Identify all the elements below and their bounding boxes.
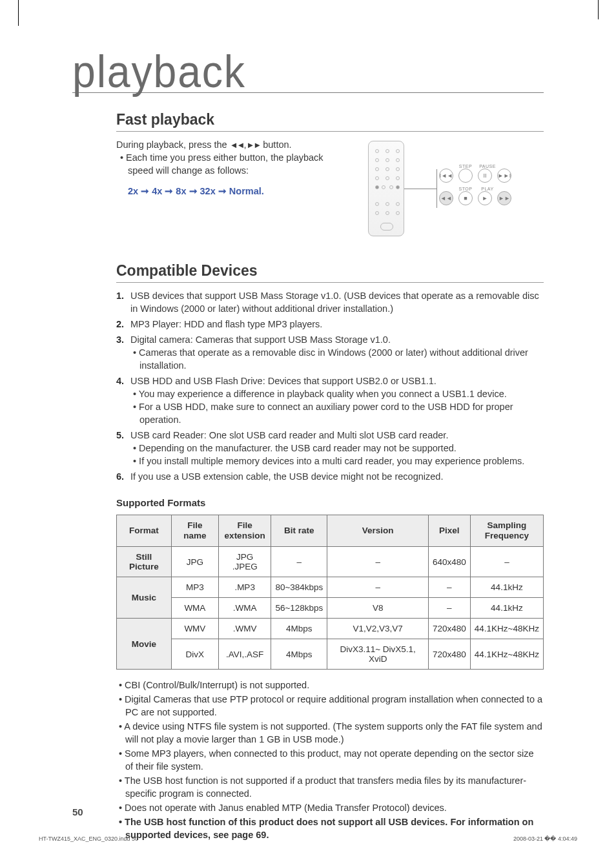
table-cell: JPG .JPEG [218, 547, 271, 577]
label-stop: STOP [457, 187, 474, 191]
manual-page: playback Fast playback During playback, … [39, 26, 577, 825]
fast-intro: During playback, press the ◄◄,►► button. [116, 138, 349, 151]
pause-icon: II [478, 169, 492, 183]
list-item: If you use a USB extension cable, the US… [116, 470, 544, 483]
format-cell: Movie [117, 619, 172, 670]
table-cell: DivX [171, 639, 218, 670]
list-item: USB HDD and USB Flash Drive: Devices tha… [116, 374, 544, 426]
table-header-cell: File name [171, 515, 218, 547]
ff-button-icon: ►► [497, 191, 511, 205]
table-cell: 44.1KHz~48KHz [470, 639, 543, 670]
table-cell: JPG [171, 547, 218, 577]
table-cell: – [327, 577, 429, 598]
table-cell: – [428, 598, 470, 619]
table-header-row: FormatFile nameFileextensionBit rateVers… [117, 515, 544, 547]
prev-track-icon: I◄◄ [439, 169, 453, 183]
table-cell: 4Mbps [271, 619, 327, 639]
note-item: • A device using NTFS file system is not… [116, 720, 544, 746]
table-header-cell: Bit rate [271, 515, 327, 547]
table-cell: 4Mbps [271, 639, 327, 670]
title-wrap: playback [72, 52, 544, 93]
table-cell: – [271, 547, 327, 577]
list-sub-item: • Depending on the manufacturer. the USB… [130, 442, 544, 455]
next-track-icon: ►►I [497, 169, 511, 183]
page-number: 50 [72, 806, 83, 817]
remote-button-panel: STEP PAUSE I◄◄ II ►►I STOP PLAY ◄◄ [439, 164, 515, 209]
table-cell: .WMA [218, 598, 271, 619]
table-cell: MP3 [171, 577, 218, 598]
list-sub-item: • For a USB HDD, make sure to connect an… [130, 400, 544, 426]
step-icon [458, 169, 473, 183]
note-item: • The USB host function is not supported… [116, 774, 544, 800]
rewind-button-icon: ◄◄ [439, 191, 453, 205]
list-item: USB devices that support USB Mass Storag… [116, 289, 544, 315]
table-cell: WMA [171, 598, 218, 619]
table-cell: – [327, 547, 429, 577]
section-compatible-devices: Compatible Devices USB devices that supp… [116, 262, 544, 841]
label-play: PLAY [479, 187, 496, 191]
fast-bullet: • Each time you press either button, the… [116, 151, 349, 177]
section-fast-playback: Fast playback During playback, press the… [116, 111, 544, 244]
list-item: MP3 Player: HDD and flash type MP3 playe… [116, 318, 544, 331]
table-cell: V8 [327, 598, 429, 619]
remote-body [368, 141, 404, 236]
fast-playback-text: During playback, press the ◄◄,►► button.… [116, 138, 349, 198]
note-item: • CBI (Control/Bulk/Interrupt) is not su… [116, 679, 544, 692]
note-item: • Some MP3 players, when connected to th… [116, 747, 544, 773]
table-cell: 56~128kbps [271, 598, 327, 619]
table-header-cell: Version [327, 515, 429, 547]
footer-file: HT-TWZ415_XAC_ENG_0320.indd 50 [39, 836, 138, 842]
fast-intro-b: button. [263, 139, 291, 150]
devices-list: USB devices that support USB Mass Storag… [116, 289, 544, 483]
label-step: STEP [457, 164, 474, 169]
table-header-cell: Pixel [428, 515, 470, 547]
list-sub-item: • Cameras that operate as a removable di… [130, 346, 544, 372]
table-cell: 44.1kHz [470, 577, 543, 598]
stop-icon: ■ [458, 191, 473, 205]
table-cell: DivX3.11~ DivX5.1, XviD [327, 639, 429, 670]
page-title: playback [72, 52, 506, 92]
note-item: • Digital Cameras that use PTP protocol … [116, 693, 544, 719]
remote-illustration: STEP PAUSE I◄◄ II ►►I STOP PLAY ◄◄ [368, 141, 517, 244]
formats-table: FormatFile nameFileextensionBit rateVers… [116, 515, 544, 670]
notes-list: • CBI (Control/Bulk/Interrupt) is not su… [116, 679, 544, 841]
table-cell: 720x480 [428, 619, 470, 639]
table-cell: WMV [171, 619, 218, 639]
table-cell: 80~384kbps [271, 577, 327, 598]
footer-date: 2008-03-21 �� 4:04:49 [513, 836, 577, 842]
table-cell: .WMV [218, 619, 271, 639]
table-cell: – [428, 577, 470, 598]
list-sub-item: • If you install multiple memory devices… [130, 455, 544, 467]
heading-fast-playback: Fast playback [116, 111, 544, 132]
supported-formats-subtitle: Supported Formats [116, 497, 544, 508]
list-item: Digital camera: Cameras that support USB… [116, 333, 544, 372]
table-row: MovieWMV.WMV4MbpsV1,V2,V3,V7720x48044.1K… [117, 619, 544, 639]
format-cell: Music [117, 577, 172, 619]
fast-intro-a: During playback, press the [116, 139, 230, 150]
table-row: WMA.WMA56~128kbpsV8–44.1kHz [117, 598, 544, 619]
note-item: • Does not operate with Janus enabled MT… [116, 801, 544, 814]
table-cell: .AVI,.ASF [218, 639, 271, 670]
table-header-cell: Fileextension [218, 515, 271, 547]
table-cell: 44.1kHz [470, 598, 543, 619]
table-cell: 640x480 [428, 547, 470, 577]
table-cell: V1,V2,V3,V7 [327, 619, 429, 639]
label-pause: PAUSE [479, 164, 496, 169]
format-cell: Still Picture [117, 547, 172, 577]
table-header-cell: SamplingFrequency [470, 515, 543, 547]
rewind-icon: ◄◄ [230, 140, 244, 150]
list-item: USB card Reader: One slot USB card reade… [116, 429, 544, 467]
table-header-cell: Format [117, 515, 172, 547]
speed-sequence: 2x ➞ 4x ➞ 8x ➞ 32x ➞ Normal. [128, 185, 349, 198]
callout-line [404, 189, 436, 189]
table-row: DivX.AVI,.ASF4MbpsDivX3.11~ DivX5.1, Xvi… [117, 639, 544, 670]
table-cell: .MP3 [218, 577, 271, 598]
table-cell: 44.1KHz~48KHz [470, 619, 543, 639]
list-sub-item: • You may experience a difference in pla… [130, 387, 544, 400]
table-row: MusicMP3.MP380~384kbps––44.1kHz [117, 577, 544, 598]
heading-compatible-devices: Compatible Devices [116, 262, 544, 283]
table-row: Still PictureJPGJPG .JPEG––640x480– [117, 547, 544, 577]
play-icon: ► [478, 191, 492, 205]
fastforward-icon: ►► [246, 140, 260, 150]
print-footer: HT-TWZ415_XAC_ENG_0320.indd 50 2008-03-2… [39, 836, 577, 842]
